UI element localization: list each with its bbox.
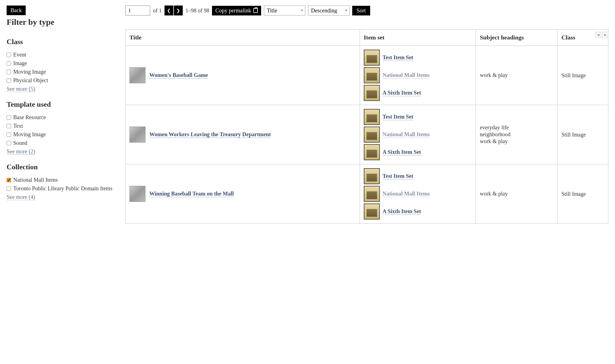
item-set-link[interactable]: National Mall Items [383,72,430,79]
class-cell: Still Image [557,105,608,164]
item-set-thumbnail[interactable] [364,85,380,101]
subject-value: neighborhood [480,131,553,138]
item-set-thumbnail[interactable] [364,50,380,66]
facet-checkbox[interactable] [7,61,11,66]
item-thumbnail[interactable] [129,67,145,83]
item-set-thumbnail[interactable] [364,127,380,143]
item-set-link[interactable]: National Mall Items [383,131,430,138]
class-cell: Still Image [557,164,608,224]
results-table: Title Item set Subject headings Class Wo… [125,29,608,224]
facet-list: National Mall ItemsToronto Public Librar… [7,177,114,192]
col-item-set: Item set [360,30,476,46]
main-content: of 1 ❮ ❯ 1–98 of 98 Copy permalink Title… [125,6,608,224]
item-set-row: Test Item Set [364,109,472,125]
item-set-thumbnail[interactable] [364,67,380,83]
facets: ClassEventImageMoving ImagePhysical Obje… [7,38,114,200]
facet-label: Event [13,52,26,58]
sort-order-select[interactable]: Descending [308,6,349,15]
item-title-link[interactable]: Women's Baseball Game [149,72,208,79]
facet-list: EventImageMoving ImagePhysical Object [7,52,114,84]
facet-title: Class [7,38,114,46]
sort-button[interactable]: Sort [352,6,370,15]
subject-value: work & play [480,72,553,78]
prev-page-button[interactable]: ❮ [165,6,173,15]
see-more-link[interactable]: See more (4) [7,194,35,200]
facet-item: Base Resource [7,114,114,121]
class-cell: Still Image [557,46,608,105]
facet-label: National Mall Items [13,177,58,183]
item-set-row: Test Item Set [364,50,472,66]
item-set-row: National Mall Items [364,186,472,202]
facet-checkbox[interactable] [7,70,11,74]
facet-item: Event [7,52,114,58]
clipboard-icon [253,8,258,13]
toolbar: of 1 ❮ ❯ 1–98 of 98 Copy permalink Title… [125,6,608,15]
item-set-row: National Mall Items [364,67,472,83]
page-input[interactable] [125,6,150,15]
copy-permalink-label: Copy permalink [215,7,251,14]
scroll-left-button[interactable]: ◀ [595,32,601,38]
facet-checkbox[interactable] [7,115,11,120]
range-label: 1–98 of 98 [185,7,210,14]
item-set-row: A Sixth Item Set [364,144,472,160]
facet-label: Image [13,60,27,66]
item-set-cell: Test Item SetNational Mall ItemsA Sixth … [360,46,476,105]
facet-title: Collection [7,163,114,171]
table-row: Women Workers Leaving the Treasury Depar… [126,105,608,164]
next-page-button[interactable]: ❯ [174,6,183,15]
facet-checkbox[interactable] [7,141,11,145]
copy-permalink-button[interactable]: Copy permalink [212,6,261,15]
facet-item: Sound [7,140,114,146]
item-set-link[interactable]: A Sixth Item Set [383,149,421,156]
item-set-link[interactable]: A Sixth Item Set [383,90,421,96]
title-cell: Women's Baseball Game [126,46,360,105]
subject-cell: work & play [476,164,558,224]
title-cell: Women Workers Leaving the Treasury Depar… [126,105,360,164]
table-row: Women's Baseball GameTest Item SetNation… [126,46,608,105]
col-title: Title [126,30,360,46]
facet-checkbox[interactable] [7,186,11,191]
item-thumbnail[interactable] [129,186,145,202]
facet-item: Text [7,123,114,129]
item-set-thumbnail[interactable] [364,144,380,160]
item-title-link[interactable]: Women Workers Leaving the Treasury Depar… [149,131,271,138]
item-set-thumbnail[interactable] [364,204,380,220]
item-set-link[interactable]: A Sixth Item Set [383,208,421,215]
facet-checkbox[interactable] [7,53,11,57]
subject-value: work & play [480,191,553,197]
item-set-thumbnail[interactable] [364,109,380,125]
item-set-row: National Mall Items [364,127,472,143]
item-set-link[interactable]: Test Item Set [383,54,413,61]
facet-item: Image [7,60,114,66]
item-thumbnail[interactable] [129,127,145,143]
subject-cell: everyday lifeneighborhoodwork & play [476,105,558,164]
facet-checkbox[interactable] [7,178,11,182]
item-title-link[interactable]: Winning Baseball Team on the Mall [149,191,234,197]
facet-list: Base ResourceTextMoving ImageSound [7,114,114,146]
sort-field-select[interactable]: Title [264,6,305,15]
facet-title: Template used [7,100,114,109]
item-set-link[interactable]: Test Item Set [383,173,413,180]
facet-label: Sound [13,140,27,146]
back-button[interactable]: Back [7,6,26,15]
item-set-row: A Sixth Item Set [364,85,472,101]
col-subject: Subject headings [476,30,558,46]
item-set-link[interactable]: Test Item Set [383,114,413,120]
scroll-right-button[interactable]: ▶ [602,32,608,38]
facet-label: Moving Image [13,69,46,75]
facet-checkbox[interactable] [7,124,11,128]
facet-label: Text [13,123,23,129]
facet-label: Base Resource [13,114,46,121]
table-row: Winning Baseball Team on the MallTest It… [126,164,608,224]
see-more-link[interactable]: See more (2) [7,148,35,155]
item-set-link[interactable]: National Mall Items [383,191,430,197]
facet-checkbox[interactable] [7,78,11,83]
item-set-thumbnail[interactable] [364,168,380,184]
sidebar: Back Filter by type ClassEventImageMovin… [7,6,114,224]
item-set-cell: Test Item SetNational Mall ItemsA Sixth … [360,105,476,164]
title-cell: Winning Baseball Team on the Mall [126,164,360,224]
see-more-link[interactable]: See more (5) [7,86,35,92]
item-set-thumbnail[interactable] [364,186,380,202]
facet-label: Toronto Public Library Public Domain Ite… [13,185,112,192]
facet-checkbox[interactable] [7,132,11,137]
